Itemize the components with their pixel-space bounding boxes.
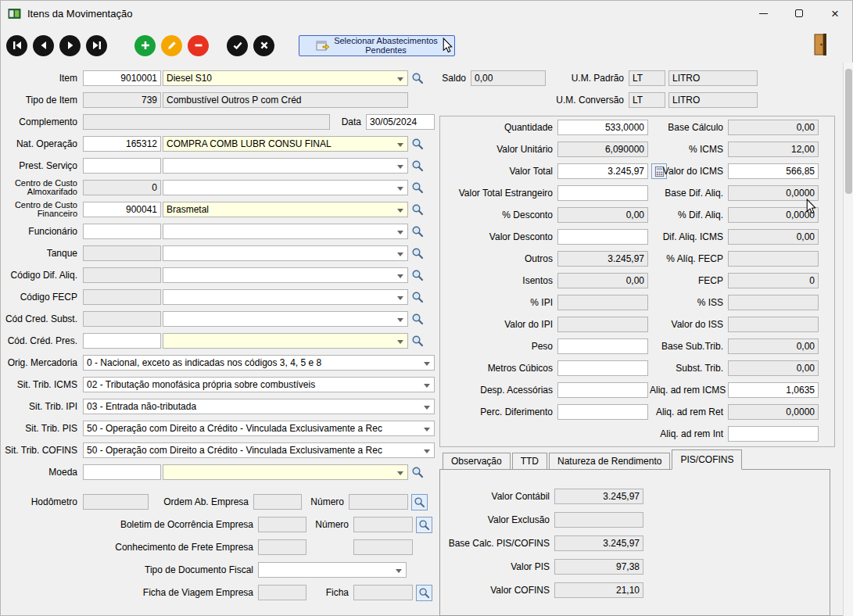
tab-observacao[interactable]: Observação bbox=[443, 453, 511, 469]
aliq-ad-rem-icms-field[interactable]: 1,0635 bbox=[728, 382, 819, 398]
metros-cubicos-field[interactable] bbox=[557, 360, 648, 376]
tanque-combo[interactable] bbox=[163, 245, 408, 261]
add-button[interactable] bbox=[134, 35, 156, 56]
cc-financeiro-label: Centro de CustoFinanceiro bbox=[3, 201, 81, 218]
peso-field[interactable] bbox=[557, 338, 648, 354]
valor-icms-field[interactable]: 566,85 bbox=[728, 163, 819, 179]
moeda-combo[interactable] bbox=[163, 464, 408, 480]
last-record-button[interactable] bbox=[86, 35, 107, 56]
nat-operacao-code-field[interactable]: 165312 bbox=[83, 136, 161, 152]
valor-ipi-field bbox=[557, 317, 648, 332]
data-field[interactable]: 30/05/2024 bbox=[366, 114, 435, 130]
nat-operacao-label: Nat. Operação bbox=[3, 138, 81, 149]
window-title: Itens da Movimentação bbox=[27, 8, 132, 20]
valor-total-label: Valor Total bbox=[442, 166, 557, 177]
exit-door-icon bbox=[812, 33, 828, 56]
minimize-button[interactable] bbox=[745, 0, 781, 27]
next-record-button[interactable] bbox=[59, 35, 81, 56]
cc-financeiro-code-field[interactable]: 900041 bbox=[83, 202, 161, 217]
item-search-icon[interactable] bbox=[411, 72, 424, 84]
base-calculo-label: Base Cálculo bbox=[650, 122, 728, 133]
window: Itens da Movimentação × Selecionar Abast… bbox=[0, 0, 853, 616]
mouse-cursor bbox=[443, 38, 453, 53]
tipo-doc-fiscal-select[interactable] bbox=[258, 562, 407, 578]
base-calculo-field: 0,00 bbox=[728, 120, 819, 135]
aliq-ad-rem-int-field[interactable] bbox=[728, 426, 819, 442]
sit-trib-ipi-label: Sit. Trib. IPI bbox=[3, 401, 81, 412]
cc-almoxarifado-search-icon[interactable] bbox=[411, 181, 424, 194]
moeda-label: Moeda bbox=[3, 467, 81, 478]
sit-trib-ipi-select[interactable]: 03 - Entrada não-tributada bbox=[83, 399, 435, 414]
sit-trib-pis-select[interactable]: 50 - Operação com Direito a Crédito - Vi… bbox=[83, 421, 435, 436]
moeda-code-field[interactable] bbox=[83, 464, 161, 480]
um-padrao-label: U.M. Padrão bbox=[546, 73, 627, 84]
first-record-button[interactable] bbox=[6, 35, 27, 56]
cod-cred-pres-label: Cód. Créd. Pres. bbox=[3, 335, 81, 346]
valor-ipi-label: Valor do IPI bbox=[442, 319, 557, 330]
scrollbar-thumb[interactable] bbox=[845, 69, 852, 194]
cod-cred-pres-search-icon[interactable] bbox=[411, 335, 424, 347]
prest-servico-search-icon[interactable] bbox=[411, 159, 424, 172]
funcionario-search-icon[interactable] bbox=[411, 225, 424, 238]
perc-diferimento-field[interactable] bbox=[557, 404, 648, 420]
sit-trib-icms-select[interactable]: 02 - Tributação monofásica própria sobre… bbox=[83, 377, 435, 392]
item-code-field[interactable]: 9010001 bbox=[83, 70, 161, 86]
sit-trib-cofins-label: Sit. Trib. COFINS bbox=[3, 445, 81, 456]
prest-servico-code-field[interactable] bbox=[83, 158, 161, 174]
funcionario-combo[interactable] bbox=[163, 224, 408, 239]
desp-acessorias-field[interactable] bbox=[557, 382, 648, 398]
nat-operacao-search-icon[interactable] bbox=[411, 138, 424, 150]
close-button[interactable]: × bbox=[817, 0, 853, 27]
cod-cred-subst-search-icon[interactable] bbox=[411, 313, 424, 325]
valor-total-field[interactable]: 3.245,97 bbox=[557, 163, 648, 179]
sit-trib-cofins-select[interactable]: 50 - Operação com Direito a Crédito - Vi… bbox=[83, 442, 435, 458]
prest-servico-row: Prest. Serviço bbox=[3, 158, 438, 174]
codigo-fecp-combo[interactable] bbox=[163, 289, 408, 305]
close-icon: × bbox=[831, 7, 839, 20]
confirm-button[interactable] bbox=[227, 35, 248, 56]
cc-financeiro-search-icon[interactable] bbox=[411, 203, 424, 216]
codigo-dif-aliq-combo[interactable] bbox=[163, 267, 408, 283]
select-pending-refuels-button[interactable]: Selecionar Abastecimentos Pendentes bbox=[299, 35, 455, 56]
ordem-ab-search-button[interactable] bbox=[411, 494, 428, 510]
valor-total-estrangeiro-field[interactable] bbox=[557, 185, 648, 201]
tipo-doc-fiscal-label: Tipo de Documento Fiscal bbox=[3, 564, 256, 575]
codigo-dif-aliq-search-icon[interactable] bbox=[411, 269, 424, 281]
delete-button[interactable] bbox=[188, 35, 209, 56]
edit-button[interactable] bbox=[161, 35, 182, 56]
tab-natureza-rendimento[interactable]: Natureza de Rendimento bbox=[549, 453, 670, 469]
orig-mercadoria-select[interactable]: 0 - Nacional, exceto as indicadas nos có… bbox=[83, 355, 435, 371]
tanque-search-icon[interactable] bbox=[411, 247, 424, 260]
codigo-fecp-search-icon[interactable] bbox=[411, 291, 424, 303]
maximize-button[interactable] bbox=[781, 0, 817, 27]
previous-record-button[interactable] bbox=[33, 35, 54, 56]
item-combo[interactable]: Diesel S10 bbox=[163, 70, 408, 86]
boletim-search-button[interactable] bbox=[416, 517, 432, 533]
ficha-search-button[interactable] bbox=[416, 585, 432, 601]
cod-cred-pres-combo[interactable] bbox=[163, 333, 408, 349]
codigo-dif-aliq-code-field bbox=[83, 267, 161, 283]
moeda-search-icon[interactable] bbox=[411, 466, 424, 478]
sit-trib-pis-label: Sit. Trib. PIS bbox=[3, 423, 81, 434]
percent-desconto-field: 0,00 bbox=[557, 207, 648, 223]
cancel-button[interactable] bbox=[253, 35, 274, 56]
prest-servico-combo[interactable] bbox=[163, 158, 408, 174]
cod-cred-pres-code-field[interactable] bbox=[83, 333, 161, 349]
tab-ttd[interactable]: TTD bbox=[512, 453, 547, 469]
cod-cred-subst-combo[interactable] bbox=[163, 311, 408, 327]
tab-pis-cofins[interactable]: PIS/COFINS bbox=[672, 449, 742, 470]
vertical-scrollbar[interactable] bbox=[843, 63, 853, 616]
valor-exclusao-label: Valor Exclusão bbox=[440, 514, 554, 525]
nat-operacao-combo[interactable]: COMPRA COMB LUBR CONSU FINAL bbox=[163, 136, 408, 152]
valor-desconto-field[interactable] bbox=[557, 229, 648, 245]
complemento-label: Complemento bbox=[3, 116, 81, 127]
funcionario-code-field[interactable] bbox=[83, 224, 161, 239]
prest-servico-label: Prest. Serviço bbox=[3, 160, 81, 171]
cc-almoxarifado-label: Centro de CustoAlmoxarifado bbox=[3, 179, 81, 196]
tanque-row: Tanque bbox=[3, 245, 438, 261]
exit-button[interactable] bbox=[812, 33, 828, 59]
cc-almoxarifado-combo[interactable] bbox=[163, 180, 408, 195]
cc-financeiro-combo[interactable]: Brasmetal bbox=[163, 202, 408, 217]
quantidade-field[interactable]: 533,0000 bbox=[557, 120, 648, 135]
valor-iss-field bbox=[728, 317, 819, 332]
